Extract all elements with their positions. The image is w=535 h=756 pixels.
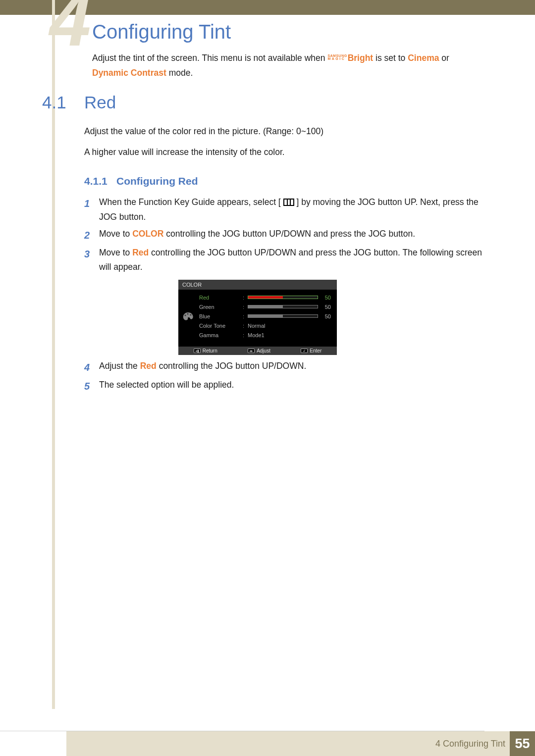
steps-list: 1When the Function Key Guide appears, se…: [84, 193, 485, 395]
intro-cinema: Cinema: [408, 53, 439, 63]
intro-dynamic: Dynamic Contrast: [92, 68, 166, 78]
intro-part1: Adjust the tint of the screen. This menu…: [92, 53, 327, 63]
footer-key-label: Enter: [310, 348, 321, 353]
footer-key-label: Adjust: [257, 348, 270, 353]
osd-row: Color Tone:Normal: [198, 321, 331, 330]
osd-row: Blue:50: [198, 311, 331, 321]
osd-value: 50: [318, 313, 331, 319]
step: 4Adjust the Red controlling the JOG butt…: [84, 359, 485, 376]
samsung-magic-icon: SAMSUNGMAGIC: [327, 54, 347, 61]
step: 1When the Function Key Guide appears, se…: [84, 195, 485, 225]
footer-page-number: 55: [510, 731, 535, 756]
step-body: Adjust the Red controlling the JOG butto…: [99, 359, 485, 376]
step-number: 2: [84, 227, 99, 244]
subsection-title: Configuring Red: [116, 175, 198, 187]
osd-label: Gamma: [198, 332, 243, 338]
svg-point-1: [187, 313, 189, 314]
page-footer: 4 Configuring Tint 55: [0, 731, 535, 756]
osd-value: 50: [318, 304, 331, 310]
step-body: The selected option will be applied.: [99, 378, 485, 395]
step-number: 1: [84, 195, 99, 225]
footer-key-icon: ◂▸: [248, 349, 255, 353]
step-number: 4: [84, 359, 99, 376]
osd-value: Normal: [248, 323, 265, 329]
step: 5The selected option will be applied.: [84, 378, 485, 395]
paragraph-1: Adjust the value of the color red in the…: [84, 126, 485, 137]
step-body: Move to Red controlling the JOG button U…: [99, 246, 485, 275]
osd-screenshot: COLORRed:50Green:50Blue:50Color Tone:Nor…: [178, 280, 337, 355]
step-body: When the Function Key Guide appears, sel…: [99, 195, 485, 225]
osd-label: Green: [198, 304, 243, 310]
menu-icon: [283, 199, 294, 206]
osd-row: Gamma:Mode1: [198, 330, 331, 340]
osd-slider: [248, 305, 318, 308]
intro-bright: Bright: [348, 53, 374, 63]
osd-footer: ◂▮Return◂▸Adjust↲Enter: [178, 347, 337, 355]
osd-label: Color Tone: [198, 323, 243, 329]
bold-term: Red: [132, 248, 149, 257]
osd-row: Red:50: [198, 293, 331, 302]
step-body: Move to COLOR controlling the JOG button…: [99, 227, 485, 244]
osd-label: Red: [198, 295, 243, 301]
footer-key-icon: ↲: [301, 349, 308, 353]
intro-part4: mode.: [166, 68, 193, 78]
step: 3Move to Red controlling the JOG button …: [84, 246, 485, 275]
intro-part3: or: [439, 53, 449, 63]
intro-text: Adjust the tint of the screen. This menu…: [92, 51, 485, 81]
footer-key-label: Return: [203, 348, 217, 353]
svg-point-0: [185, 314, 186, 316]
osd-label: Blue: [198, 313, 243, 319]
bold-term: Red: [140, 361, 157, 371]
osd-footer-item: ◂▸Adjust: [248, 348, 270, 353]
section-number: 4.1: [42, 93, 66, 112]
section-title: Red: [84, 93, 116, 112]
osd-header: COLOR: [178, 280, 337, 290]
footer-key-icon: ◂▮: [194, 349, 201, 353]
osd-footer-item: ↲Enter: [301, 348, 321, 353]
footer-chapter: 4 Configuring Tint: [435, 739, 505, 749]
palette-icon: [182, 311, 195, 321]
paragraph-2: A higher value will increase the intensi…: [84, 147, 485, 157]
osd-slider: [248, 314, 318, 318]
step-number: 3: [84, 246, 99, 275]
svg-point-2: [190, 314, 192, 315]
osd-value: Mode1: [248, 332, 265, 338]
step-number: 5: [84, 378, 99, 395]
osd-row: Green:50: [198, 302, 331, 311]
osd-footer-item: ◂▮Return: [194, 348, 217, 353]
osd-value: 50: [318, 295, 331, 301]
page-title: Configuring Tint: [92, 21, 231, 43]
bold-term: COLOR: [132, 229, 163, 239]
subsection-number: 4.1.1: [84, 175, 107, 187]
step: 2Move to COLOR controlling the JOG butto…: [84, 227, 485, 244]
osd-slider: [248, 296, 318, 299]
intro-part2: is set to: [373, 53, 408, 63]
chapter-bg-number: 4: [50, 0, 85, 42]
